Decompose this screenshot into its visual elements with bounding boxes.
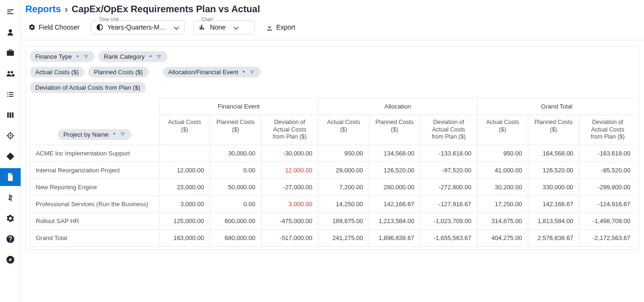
col-al-planned[interactable]: Planned Costs ($) <box>369 115 420 145</box>
cell: 600,000.00 <box>210 212 261 229</box>
cell: 29,000.00 <box>318 162 369 178</box>
cell: 23,000.00 <box>159 178 210 195</box>
nav-columns-icon[interactable] <box>0 106 21 124</box>
cell: -517,000.00 <box>261 229 318 246</box>
chip-finance-type[interactable]: Finance Type <box>30 51 95 62</box>
cell: 142,166.67 <box>369 195 420 212</box>
cell: -299,800.00 <box>579 178 635 195</box>
pivot-table: Project by Name Financial Event Allocati… <box>30 98 635 247</box>
time-unit-select[interactable]: Time Unit Years-Quarters-M… <box>91 20 185 34</box>
cell: 30,000.00 <box>210 145 261 162</box>
chart-caption: Chart <box>199 17 215 22</box>
nav-help-icon[interactable] <box>0 230 21 248</box>
cell: 280,000.00 <box>369 178 420 195</box>
col-group-financial-event[interactable]: Financial Event <box>159 98 318 115</box>
col-fe-dev[interactable]: Deviation of Actual Costs from Plan ($) <box>261 115 318 145</box>
breadcrumb-root-link[interactable]: Reports <box>25 4 61 15</box>
chart-select[interactable]: Chart None <box>193 20 254 34</box>
time-unit-value: Years-Quarters-M… <box>107 23 166 31</box>
cell: 7,200.00 <box>318 178 369 195</box>
cell: 50,000.00 <box>210 178 261 195</box>
chip-deviation[interactable]: Deviation of Actual Costs from Plan ($) <box>30 82 146 93</box>
chip-planned-costs[interactable]: Planned Costs ($) <box>88 67 148 77</box>
row-name[interactable]: Internal Reorganization Project <box>30 162 159 178</box>
col-fe-actual[interactable]: Actual Costs ($) <box>159 115 210 145</box>
nav-briefcase-icon[interactable] <box>0 44 21 62</box>
nav-settings-icon[interactable] <box>0 209 21 227</box>
cell: 950.00 <box>477 145 528 162</box>
nav-list-icon[interactable] <box>0 85 21 103</box>
cell: 950.00 <box>318 145 369 162</box>
cell: 17,250.00 <box>477 195 528 212</box>
nav-user-icon[interactable] <box>0 23 21 41</box>
chip-label: Rank Category <box>104 53 145 60</box>
cell <box>159 145 210 162</box>
col-al-dev[interactable]: Deviation of Actual Costs from Plan ($) <box>420 115 477 145</box>
col-group-grand-total: Grand Total <box>477 98 635 115</box>
row-name[interactable]: New Reporting Engine <box>30 178 159 195</box>
chevron-down-icon <box>233 24 239 30</box>
cell: 12,000.00 <box>159 162 210 178</box>
chip-label: Project by Name <box>64 131 109 138</box>
page-title: CapEx/OpEx Requirements Plan vs Actual <box>72 4 260 15</box>
cell: 142,166.67 <box>528 195 579 212</box>
cell: 134,568.00 <box>369 145 420 162</box>
cell: 126,520.00 <box>369 162 420 178</box>
breadcrumb-separator: › <box>65 4 68 15</box>
cell: 126,520.00 <box>528 162 579 178</box>
chip-label: Actual Costs ($) <box>35 69 79 76</box>
sort-asc-icon <box>241 70 246 75</box>
row-name[interactable]: Rollout SAP HR <box>30 212 159 229</box>
cell: 0.00 <box>210 162 261 178</box>
table-row: Internal Reorganization Project12,000.00… <box>30 162 636 178</box>
cell: -124,916.67 <box>579 195 635 212</box>
pivot-table-wrap: Project by Name Financial Event Allocati… <box>30 98 635 247</box>
export-button[interactable]: Export <box>263 21 298 34</box>
table-row: New Reporting Engine23,000.0050,000.00-2… <box>30 178 636 195</box>
cell: 241,275.00 <box>318 229 369 246</box>
nav-collapse-icon[interactable] <box>0 3 21 21</box>
row-name[interactable]: ACME Inc Implementation Support <box>30 145 159 162</box>
cell: 404,275.00 <box>477 229 528 246</box>
cell: -272,800.00 <box>420 178 477 195</box>
cell: -1,498,709.00 <box>579 212 635 229</box>
chip-project-by-name[interactable]: Project by Name <box>58 129 131 140</box>
cell: 680,000.00 <box>210 229 261 246</box>
nav-document-icon[interactable] <box>0 168 21 186</box>
row-name[interactable]: Professional Services (Run the Business) <box>30 195 159 212</box>
cell: 1,813,584.00 <box>528 212 579 229</box>
table-row: ACME Inc Implementation Support30,000.00… <box>30 145 636 162</box>
cell: 330,000.00 <box>528 178 579 195</box>
grand-total-row: Grand Total163,000.00680,000.00-517,000.… <box>30 229 636 246</box>
row-name: Grand Total <box>30 229 159 246</box>
chip-rank-category[interactable]: Rank Category <box>98 51 167 62</box>
col-gt-dev: Deviation of Actual Costs from Plan ($) <box>579 115 635 145</box>
export-label: Export <box>276 23 295 31</box>
cell: 2,576,838.67 <box>528 229 579 246</box>
nav-explore-icon[interactable] <box>0 251 21 269</box>
nav-transfer-icon[interactable] <box>0 189 21 207</box>
filter-icon <box>83 54 89 60</box>
table-row: Professional Services (Run the Business)… <box>30 195 636 212</box>
col-fe-planned[interactable]: Planned Costs ($) <box>210 115 261 145</box>
chip-allocation-financial-event[interactable]: Allocation/Financial Event <box>163 67 261 77</box>
chip-actual-costs[interactable]: Actual Costs ($) <box>30 67 84 77</box>
cell: -163,618.00 <box>579 145 635 162</box>
col-al-actual[interactable]: Actual Costs ($) <box>318 115 369 145</box>
sort-asc-icon <box>111 132 117 137</box>
table-row: Rollout SAP HR125,000.00600,000.00-475,0… <box>30 212 636 229</box>
cell: -1,655,563.67 <box>420 229 477 246</box>
field-chooser-label: Field Chooser <box>39 23 80 31</box>
chip-label: Finance Type <box>35 53 72 60</box>
filters-panel: Finance Type Rank Category Actual Costs … <box>25 46 639 250</box>
col-group-allocation[interactable]: Allocation <box>318 98 477 115</box>
cell: 3,000.00 <box>261 195 318 212</box>
filter-icon <box>249 70 255 75</box>
nav-target-icon[interactable] <box>0 127 21 145</box>
cell: 1,896,838.67 <box>369 229 420 246</box>
field-chooser-button[interactable]: Field Chooser <box>25 21 82 34</box>
nav-diamond-icon[interactable] <box>0 147 21 165</box>
col-gt-planned: Planned Costs ($) <box>528 115 579 145</box>
chevron-down-icon <box>174 24 179 30</box>
nav-people-icon[interactable] <box>0 65 21 83</box>
